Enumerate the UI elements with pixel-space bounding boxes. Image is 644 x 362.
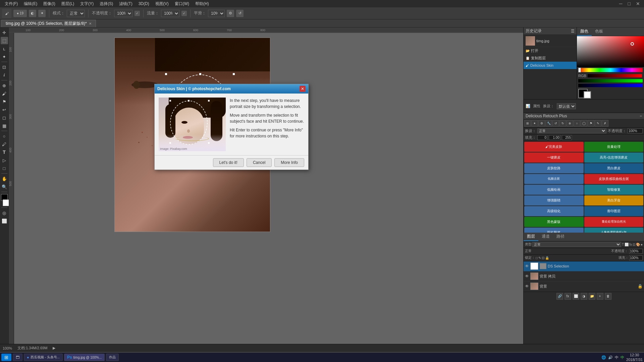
delicious-skin-dialog[interactable]: Delicious Skin | © photoshopchef.com ✕ [154,84,309,170]
value-input-3[interactable] [562,135,572,140]
g-slider[interactable] [578,79,643,82]
shape-tool[interactable]: □ [1,165,8,172]
crop-tool[interactable]: ⊡ [1,63,8,71]
layer-icon-5[interactable]: 🎨 [636,243,640,246]
lock-icon-4[interactable]: 🔒 [545,256,549,260]
retouch-btn-low-paint[interactable]: 皮肤质感双曲线去斑 [584,174,644,184]
retouch-icon-2[interactable]: ✦ [531,120,538,127]
layer-row-bg-copy[interactable]: 👁 背景 拷贝 [524,272,644,282]
background-color[interactable] [3,199,9,206]
layer-row-ds-selection[interactable]: 👁 DS Selection [524,261,644,272]
layer-group-btn[interactable]: 📁 [589,293,595,300]
background-swatch[interactable] [584,91,591,99]
eraser-tool[interactable]: ◻ [1,114,8,121]
color-tab-swatch[interactable]: 色板 [592,27,606,36]
retouch-btn-whiten-teeth[interactable]: 增强眼睛 [524,195,584,205]
tab-paths[interactable]: 路径 [553,233,568,241]
retouch-btn-one-click[interactable]: 一键磨皮 [524,153,584,163]
retouch-btn-black-mask[interactable]: 善印图层 [584,206,644,216]
retouch-btn-perfect-skin[interactable]: 🖌 完美皮肤 [524,142,584,152]
retouch-btn-sharpen[interactable]: 美白牙齿 [584,195,644,205]
layer-icon-4[interactable]: ⊡ [633,243,635,246]
retouch-icon-11[interactable]: ✎ [595,120,601,127]
layer-icon-1[interactable]: T [622,243,624,246]
blend-mode-select[interactable]: 正常 [67,10,85,17]
layer-mask-btn[interactable]: ⬜ [573,293,579,300]
brush-airbrush-icon[interactable]: ✦ [38,10,46,17]
opacity-input[interactable] [628,128,643,133]
menu-file[interactable]: 文件(F) [2,0,20,7]
color-spectrum-area[interactable] [577,36,644,67]
retouch-btn-natural-light[interactable]: 黑色蒙版 [524,217,584,227]
color-tab-color[interactable]: 颜色 [577,27,592,36]
layer-visibility-3[interactable]: 👁 [525,284,529,289]
dodge-tool[interactable]: ○ [1,132,8,140]
tab-channels[interactable]: 通道 [538,233,553,241]
start-button[interactable]: ⊞ [1,354,11,361]
layer-new-btn[interactable]: + [597,293,603,300]
b-slider[interactable] [578,84,643,87]
retouch-btn-smart-fix[interactable]: 低频绘画 [524,185,584,195]
move-tool[interactable]: ✛ [1,29,8,36]
history-brush-tool[interactable]: ↩ [1,106,8,113]
tab-close-btn[interactable]: ✕ [89,22,92,25]
layer-type-filter[interactable]: 正常 [532,242,621,247]
retouch-btn-merge[interactable]: 高级锐化 [524,206,584,216]
smooth-select[interactable]: 10% [208,10,225,17]
cancel-button[interactable]: Cancel [247,158,272,167]
retouch-btn-portrait-tone[interactable]: 人像色调双曲线+加 [584,228,644,233]
retouch-icon-6[interactable]: ↻ [559,120,566,127]
layer-adj-btn[interactable]: ◑ [581,293,587,300]
retouch-icon-1[interactable]: ⊞ [524,120,531,127]
blend-mode-dropdown[interactable]: 正常 [537,128,606,133]
history-item-duplicate[interactable]: 📋 复制图层 [524,54,577,62]
value-input-2[interactable] [549,135,560,140]
value-input-1[interactable] [537,135,547,140]
layer-fill-input[interactable] [629,255,643,260]
preset-select[interactable]: 默认值 [557,103,576,109]
window-close[interactable]: ✕ [634,1,642,6]
selection-tool[interactable]: ⬚ [1,37,8,44]
history-item-open[interactable]: 📂 打开 [524,47,577,54]
menu-window[interactable]: 窗口(W) [172,0,192,7]
brush-tool[interactable]: 🖌 [1,90,8,97]
menu-layer[interactable]: 图层(L) [59,0,77,7]
stamp-tool[interactable]: ⚑ [1,98,8,105]
menu-type[interactable]: 文字(Y) [77,0,96,7]
history-snapshot[interactable]: timg.jpg [524,35,577,47]
layer-visibility-1[interactable]: 👁 [525,264,529,268]
window-minimize[interactable]: ─ [617,1,625,6]
retouch-btn-batch-process[interactable]: 量处处理加自然光 [584,217,644,227]
menu-help[interactable]: 帮助(H) [193,0,212,7]
layer-opacity-input[interactable] [629,249,643,254]
retouch-icon-4[interactable]: 🔧 [545,120,552,127]
retouch-icon-12[interactable]: ✗ [602,120,608,127]
lock-icon-1[interactable]: □ [536,256,538,260]
retouch-icon-8[interactable]: ○ [574,120,580,127]
smooth-settings-icon[interactable]: ⚙ [227,10,234,17]
brush-angle-icon[interactable]: ↺ [236,10,244,17]
retouch-icon-9[interactable]: ◯ [581,120,587,127]
menu-select[interactable]: 选择(S) [97,0,116,7]
active-tab[interactable]: timg.jpg @ 100% (DS Selection, 图层蒙版/8)* … [1,20,96,27]
taskbar-file-explorer[interactable]: 🗔 [13,354,22,361]
path-select-tool[interactable]: ▷ [1,157,8,164]
retouch-btn-bw-skin[interactable]: 黑白磨皮 [584,163,644,173]
quick-mask-tool[interactable]: ◎ [1,209,8,217]
retouch-icon-10[interactable]: ⚑ [588,120,594,127]
history-item-delicious[interactable]: 🖌 Delicious Skin [524,62,577,69]
brush-hardness-icon[interactable]: ◐ [29,10,36,17]
opacity-select[interactable]: 100% [114,10,132,17]
hue-slider[interactable] [578,68,643,72]
gradient-tool[interactable]: ▦ [1,122,8,129]
hand-tool[interactable]: ✋ [1,175,8,182]
retouch-panel-collapse[interactable]: − [640,114,642,118]
taskbar-browser[interactable]: ● 西瓜视频 - 头条号... [24,354,63,361]
type-tool[interactable]: T [1,148,8,156]
lock-icon-2[interactable]: ✎ [538,256,541,260]
flow-pressure-icon[interactable]: ✓ [181,11,187,16]
retouch-btn-batch[interactable]: 批量处理 [584,142,644,152]
pressure-icon[interactable]: ✓ [135,11,140,16]
pen-tool[interactable]: 🖊 [1,140,8,148]
menu-view[interactable]: 视图(V) [153,0,171,7]
